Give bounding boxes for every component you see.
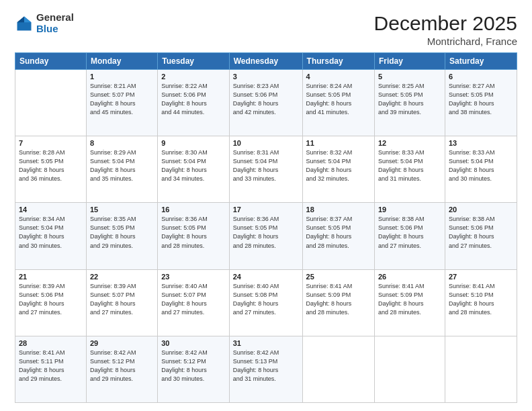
day-info: Sunrise: 8:41 AM Sunset: 5:11 PM Dayligh…: [19, 349, 83, 383]
day-info: Sunrise: 8:33 AM Sunset: 5:04 PM Dayligh…: [378, 148, 441, 183]
calendar: SundayMondayTuesdayWednesdayThursdayFrid…: [15, 52, 517, 403]
week-row-1: 7Sunrise: 8:28 AM Sunset: 5:05 PM Daylig…: [15, 136, 517, 203]
calendar-cell: 11Sunrise: 8:32 AM Sunset: 5:04 PM Dayli…: [302, 136, 374, 203]
weekday-header-tuesday: Tuesday: [158, 53, 230, 70]
day-number: 25: [306, 273, 371, 281]
calendar-cell: 16Sunrise: 8:36 AM Sunset: 5:05 PM Dayli…: [158, 203, 230, 269]
calendar-cell: 18Sunrise: 8:37 AM Sunset: 5:05 PM Dayli…: [302, 203, 374, 269]
day-number: 15: [90, 205, 154, 214]
day-info: Sunrise: 8:39 AM Sunset: 5:06 PM Dayligh…: [19, 282, 83, 317]
calendar-cell: 22Sunrise: 8:39 AM Sunset: 5:07 PM Dayli…: [86, 269, 157, 336]
day-info: Sunrise: 8:39 AM Sunset: 5:07 PM Dayligh…: [90, 282, 154, 317]
day-info: Sunrise: 8:29 AM Sunset: 5:04 PM Dayligh…: [90, 148, 154, 183]
calendar-cell: 21Sunrise: 8:39 AM Sunset: 5:06 PM Dayli…: [15, 269, 87, 336]
day-info: Sunrise: 8:25 AM Sunset: 5:05 PM Dayligh…: [378, 82, 441, 117]
title-block: December 2025 Montrichard, France: [374, 12, 517, 47]
day-number: 22: [90, 273, 154, 281]
logo: General Blue: [15, 12, 74, 34]
day-number: 3: [233, 73, 299, 81]
calendar-cell: 5Sunrise: 8:25 AM Sunset: 5:05 PM Daylig…: [374, 70, 445, 136]
day-info: Sunrise: 8:41 AM Sunset: 5:09 PM Dayligh…: [306, 282, 371, 317]
day-number: 23: [161, 273, 226, 281]
calendar-cell: 27Sunrise: 8:41 AM Sunset: 5:10 PM Dayli…: [445, 269, 517, 336]
day-info: Sunrise: 8:42 AM Sunset: 5:12 PM Dayligh…: [161, 349, 226, 383]
calendar-cell: 10Sunrise: 8:31 AM Sunset: 5:04 PM Dayli…: [229, 136, 302, 203]
calendar-cell: [302, 336, 374, 402]
month-title: December 2025: [374, 12, 517, 34]
calendar-cell: 1Sunrise: 8:21 AM Sunset: 5:07 PM Daylig…: [86, 70, 157, 136]
day-number: 30: [161, 339, 226, 347]
calendar-cell: 20Sunrise: 8:38 AM Sunset: 5:06 PM Dayli…: [445, 203, 517, 269]
day-info: Sunrise: 8:36 AM Sunset: 5:05 PM Dayligh…: [233, 215, 299, 250]
page: General Blue December 2025 Montrichard, …: [0, 0, 532, 411]
day-number: 13: [449, 139, 513, 147]
day-number: 31: [233, 339, 299, 347]
day-info: Sunrise: 8:35 AM Sunset: 5:05 PM Dayligh…: [90, 215, 154, 250]
day-number: 17: [233, 205, 299, 214]
calendar-cell: 3Sunrise: 8:23 AM Sunset: 5:06 PM Daylig…: [229, 70, 302, 136]
weekday-header-sunday: Sunday: [15, 53, 87, 70]
calendar-cell: 9Sunrise: 8:30 AM Sunset: 5:04 PM Daylig…: [158, 136, 230, 203]
day-number: 7: [19, 139, 83, 147]
day-number: 24: [233, 273, 299, 281]
calendar-cell: 15Sunrise: 8:35 AM Sunset: 5:05 PM Dayli…: [86, 203, 157, 269]
calendar-cell: 6Sunrise: 8:27 AM Sunset: 5:05 PM Daylig…: [445, 70, 517, 136]
day-number: 19: [378, 205, 441, 214]
day-number: 11: [306, 139, 371, 147]
calendar-cell: 24Sunrise: 8:40 AM Sunset: 5:08 PM Dayli…: [229, 269, 302, 336]
day-number: 18: [306, 205, 371, 214]
day-number: 9: [161, 139, 226, 147]
day-info: Sunrise: 8:34 AM Sunset: 5:04 PM Dayligh…: [19, 215, 83, 250]
day-info: Sunrise: 8:36 AM Sunset: 5:05 PM Dayligh…: [161, 215, 226, 250]
day-info: Sunrise: 8:40 AM Sunset: 5:08 PM Dayligh…: [233, 282, 299, 317]
day-number: 29: [90, 339, 154, 347]
calendar-cell: 2Sunrise: 8:22 AM Sunset: 5:06 PM Daylig…: [158, 70, 230, 136]
day-number: 16: [161, 205, 226, 214]
day-number: 5: [378, 73, 441, 81]
day-info: Sunrise: 8:30 AM Sunset: 5:04 PM Dayligh…: [161, 148, 226, 183]
header: General Blue December 2025 Montrichard, …: [15, 12, 517, 47]
day-info: Sunrise: 8:42 AM Sunset: 5:12 PM Dayligh…: [90, 349, 154, 383]
day-info: Sunrise: 8:38 AM Sunset: 5:06 PM Dayligh…: [378, 215, 441, 250]
calendar-cell: 23Sunrise: 8:40 AM Sunset: 5:07 PM Dayli…: [158, 269, 230, 336]
week-row-2: 14Sunrise: 8:34 AM Sunset: 5:04 PM Dayli…: [15, 203, 517, 269]
day-number: 14: [19, 205, 83, 214]
day-number: 1: [90, 73, 154, 81]
day-info: Sunrise: 8:40 AM Sunset: 5:07 PM Dayligh…: [161, 282, 226, 317]
day-info: Sunrise: 8:24 AM Sunset: 5:05 PM Dayligh…: [306, 82, 371, 117]
calendar-cell: 13Sunrise: 8:33 AM Sunset: 5:04 PM Dayli…: [445, 136, 517, 203]
weekday-header-friday: Friday: [374, 53, 445, 70]
calendar-cell: 8Sunrise: 8:29 AM Sunset: 5:04 PM Daylig…: [86, 136, 157, 203]
calendar-cell: [445, 336, 517, 402]
day-info: Sunrise: 8:31 AM Sunset: 5:04 PM Dayligh…: [233, 148, 299, 183]
week-row-0: 1Sunrise: 8:21 AM Sunset: 5:07 PM Daylig…: [15, 70, 517, 136]
calendar-cell: 19Sunrise: 8:38 AM Sunset: 5:06 PM Dayli…: [374, 203, 445, 269]
svg-marker-2: [17, 16, 25, 22]
day-info: Sunrise: 8:41 AM Sunset: 5:10 PM Dayligh…: [449, 282, 513, 317]
day-info: Sunrise: 8:22 AM Sunset: 5:06 PM Dayligh…: [161, 82, 226, 117]
day-number: 26: [378, 273, 441, 281]
day-info: Sunrise: 8:33 AM Sunset: 5:04 PM Dayligh…: [449, 148, 513, 183]
calendar-cell: 31Sunrise: 8:42 AM Sunset: 5:13 PM Dayli…: [229, 336, 302, 402]
weekday-header-saturday: Saturday: [445, 53, 517, 70]
day-info: Sunrise: 8:28 AM Sunset: 5:05 PM Dayligh…: [19, 148, 83, 183]
calendar-cell: 29Sunrise: 8:42 AM Sunset: 5:12 PM Dayli…: [86, 336, 157, 402]
calendar-cell: [374, 336, 445, 402]
calendar-cell: 17Sunrise: 8:36 AM Sunset: 5:05 PM Dayli…: [229, 203, 302, 269]
day-info: Sunrise: 8:38 AM Sunset: 5:06 PM Dayligh…: [449, 215, 513, 250]
day-info: Sunrise: 8:27 AM Sunset: 5:05 PM Dayligh…: [449, 82, 513, 117]
day-number: 20: [449, 205, 513, 214]
calendar-cell: 30Sunrise: 8:42 AM Sunset: 5:12 PM Dayli…: [158, 336, 230, 402]
day-number: 27: [449, 273, 513, 281]
calendar-cell: 12Sunrise: 8:33 AM Sunset: 5:04 PM Dayli…: [374, 136, 445, 203]
day-info: Sunrise: 8:32 AM Sunset: 5:04 PM Dayligh…: [306, 148, 371, 183]
day-info: Sunrise: 8:37 AM Sunset: 5:05 PM Dayligh…: [306, 215, 371, 250]
day-number: 28: [19, 339, 83, 347]
weekday-header-thursday: Thursday: [302, 53, 374, 70]
day-number: 6: [449, 73, 513, 81]
week-row-4: 28Sunrise: 8:41 AM Sunset: 5:11 PM Dayli…: [15, 336, 517, 402]
day-number: 10: [233, 139, 299, 147]
calendar-cell: 4Sunrise: 8:24 AM Sunset: 5:05 PM Daylig…: [302, 70, 374, 136]
day-info: Sunrise: 8:41 AM Sunset: 5:09 PM Dayligh…: [378, 282, 441, 317]
calendar-cell: [15, 70, 87, 136]
